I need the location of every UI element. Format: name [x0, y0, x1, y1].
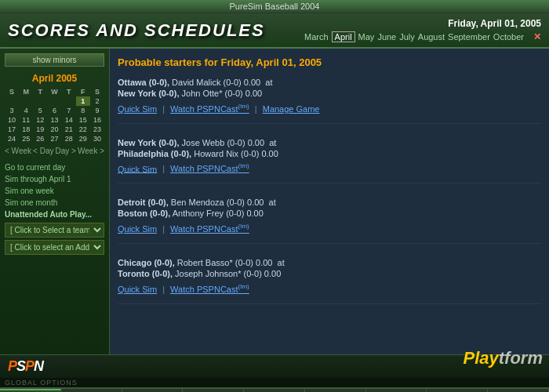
cal-date-25[interactable]: 25 — [19, 134, 33, 143]
month-july[interactable]: July — [399, 32, 415, 42]
game-teams-4: Chicago (0-0), Robert Basso* (0-0) 0.00 … — [118, 258, 541, 278]
game-actions-2: Quick Sim | Watch PSPNCast(tm) — [118, 163, 541, 174]
month-september[interactable]: September — [448, 32, 490, 42]
prev-day-link[interactable]: < Day — [33, 147, 53, 155]
quick-sim-2[interactable]: Quick Sim — [118, 164, 157, 173]
cal-date-23[interactable]: 23 — [90, 125, 104, 134]
quick-sim-1[interactable]: Quick Sim — [118, 104, 157, 114]
month-march[interactable]: March — [304, 32, 329, 42]
cal-date-5[interactable]: 5 — [33, 106, 47, 115]
cal-date-15[interactable]: 15 — [76, 115, 90, 125]
cal-day-f: F — [76, 87, 90, 96]
game-teams-1: Ottawa (0-0), David Malick (0-0) 0.00 at… — [118, 78, 541, 98]
cal-date-14[interactable]: 14 — [62, 115, 76, 125]
cal-date-22[interactable]: 22 — [76, 125, 90, 134]
cal-date-11[interactable]: 11 — [19, 115, 33, 125]
manage-game-1[interactable]: Manage Game — [263, 104, 320, 114]
nav-players[interactable]: Players — [488, 389, 549, 392]
cal-date-27[interactable]: 27 — [47, 134, 61, 143]
cal-date-28[interactable]: 28 — [62, 134, 76, 143]
go-to-current-day-link[interactable]: Go to current day — [5, 162, 104, 173]
month-june[interactable]: June — [377, 32, 396, 42]
calendar: April 2005 S M T W T F S — [5, 73, 104, 155]
nav-highlights[interactable]: Highlights — [244, 389, 305, 392]
prev-week-link[interactable]: < Week — [5, 147, 31, 155]
select-team-dropdown[interactable]: [ Click to Select a team ] — [5, 223, 104, 238]
month-nav: March April May June July August Septemb… — [304, 31, 541, 42]
team-line-4a: Chicago (0-0), Robert Basso* (0-0) 0.00 … — [118, 258, 541, 267]
team-line-2a: New York (0-0), Jose Webb (0-0) 0.00 at — [118, 138, 541, 147]
cal-date-21[interactable]: 21 — [62, 125, 76, 134]
cal-date-1[interactable]: 1 — [76, 96, 90, 106]
sim-through-april-link[interactable]: Sim through April 1 — [5, 173, 104, 185]
cal-day-s2: S — [90, 87, 104, 96]
nav-deals[interactable]: Deals +Trades — [427, 389, 488, 392]
game-teams-3: Detroit (0-0), Ben Mendoza (0-0) 0.00 at… — [118, 198, 541, 218]
quick-sim-3[interactable]: Quick Sim — [118, 224, 157, 234]
nav-standings[interactable]: Standings — [61, 389, 122, 392]
watermark: Playtform — [464, 348, 543, 368]
global-options-label: Global Options — [5, 379, 78, 387]
calendar-table: S M T W T F S 1 2 — [5, 87, 104, 143]
next-week-link[interactable]: Week > — [78, 147, 104, 155]
cal-date-3[interactable]: 3 — [5, 106, 19, 115]
cal-date-29[interactable]: 29 — [76, 134, 90, 143]
cal-date-24[interactable]: 24 — [5, 134, 19, 143]
cal-date-4[interactable]: 4 — [19, 106, 33, 115]
next-day-link[interactable]: Day > — [56, 147, 76, 155]
cal-date-13[interactable]: 13 — [47, 115, 61, 125]
watch-pspncast-1[interactable]: Watch PSPNCast(tm) — [170, 104, 249, 114]
watch-pspncast-3[interactable]: Watch PSPNCast(tm) — [170, 224, 249, 234]
team-line-1a: Ottawa (0-0), David Malick (0-0) 0.00 at — [118, 78, 541, 87]
schedule-title: Probable starters for Friday, April 01, … — [118, 56, 541, 68]
month-april[interactable]: April — [332, 31, 355, 42]
cal-date-6[interactable]: 6 — [47, 106, 61, 115]
cal-date-2[interactable]: 2 — [90, 96, 104, 106]
close-button[interactable]: ✕ — [533, 31, 541, 42]
cal-date-8[interactable]: 8 — [76, 106, 90, 115]
pspn-logo: PSPN — [8, 358, 43, 375]
bottom-nav: Games Standings Statistics +Reports PSPN… — [0, 387, 549, 392]
game-block-3: Detroit (0-0), Ben Mendoza (0-0) 0.00 at… — [118, 198, 541, 244]
nav-injuries[interactable]: Injuries — [366, 389, 427, 392]
sidebar: show minors April 2005 S M T W T F S — [0, 49, 110, 354]
select-addin-dropdown[interactable]: [ Click to select an AddIn ] — [5, 240, 104, 255]
month-october[interactable]: October — [493, 32, 524, 42]
watch-pspncast-4[interactable]: Watch PSPNCast(tm) — [170, 285, 249, 294]
month-august[interactable]: August — [418, 32, 445, 42]
cal-date-16[interactable]: 16 — [90, 115, 104, 125]
title-bar: PureSim Baseball 2004 — [0, 0, 549, 13]
game-actions-1: Quick Sim | Watch PSPNCast(tm) | Manage … — [118, 103, 541, 114]
nav-statistics[interactable]: Statistics +Reports — [122, 389, 184, 392]
unattended-auto-play-link[interactable]: Unattended Auto Play... — [5, 209, 104, 220]
cal-date-7[interactable]: 7 — [62, 106, 76, 115]
sim-one-month-link[interactable]: Sim one month — [5, 197, 104, 209]
team-line-3b: Boston (0-0), Anthony Frey (0-0) 0.00 — [118, 209, 541, 218]
nav-pspn[interactable]: PSPN.comCoverage — [183, 389, 244, 392]
cal-date-19[interactable]: 19 — [33, 125, 47, 134]
team-line-3a: Detroit (0-0), Ben Mendoza (0-0) 0.00 at — [118, 198, 541, 207]
cal-date-17[interactable]: 17 — [5, 125, 19, 134]
main-content: show minors April 2005 S M T W T F S — [0, 49, 549, 354]
cal-date-10[interactable]: 10 — [5, 115, 19, 125]
cal-date-9[interactable]: 9 — [90, 106, 104, 115]
nav-games[interactable]: Games — [0, 389, 61, 392]
watch-pspncast-2[interactable]: Watch PSPNCast(tm) — [170, 164, 249, 173]
game-teams-2: New York (0-0), Jose Webb (0-0) 0.00 at … — [118, 138, 541, 158]
game-block-4: Chicago (0-0), Robert Basso* (0-0) 0.00 … — [118, 258, 541, 304]
team-line-2b: Philadelphia (0-0), Howard Nix (0-0) 0.0… — [118, 149, 541, 158]
cal-day-t1: T — [33, 87, 47, 96]
cal-date-30[interactable]: 30 — [90, 134, 104, 143]
nav-almanac[interactable]: Almanac — [305, 389, 366, 392]
quick-sim-4[interactable]: Quick Sim — [118, 285, 157, 294]
game-block-1: Ottawa (0-0), David Malick (0-0) 0.00 at… — [118, 78, 541, 124]
cal-date-20[interactable]: 20 — [47, 125, 61, 134]
cal-date-18[interactable]: 18 — [19, 125, 33, 134]
global-options-bar: Global Options — [0, 378, 549, 387]
app-title: PureSim Baseball 2004 — [230, 2, 320, 11]
show-minors-button[interactable]: show minors — [5, 53, 104, 67]
cal-date-12[interactable]: 12 — [33, 115, 47, 125]
cal-date-26[interactable]: 26 — [33, 134, 47, 143]
month-may[interactable]: May — [358, 32, 375, 42]
sim-one-week-link[interactable]: Sim one week — [5, 185, 104, 197]
